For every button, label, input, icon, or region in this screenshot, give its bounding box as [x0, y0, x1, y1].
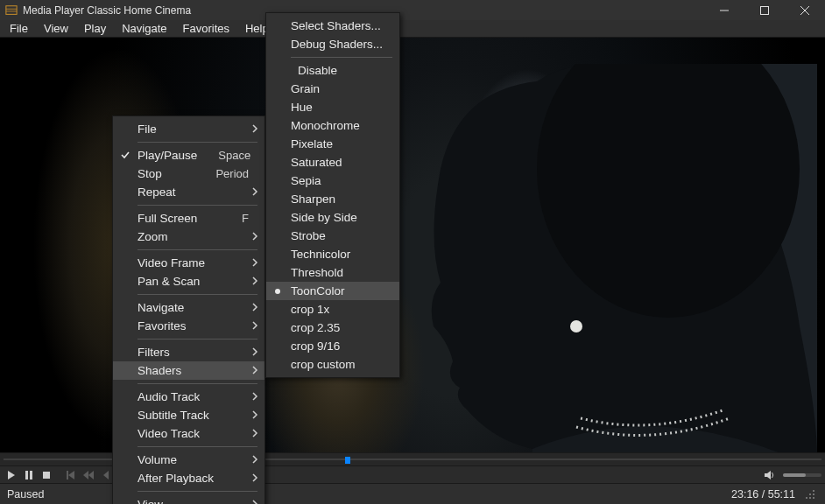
menu-item-label: Favorites	[138, 319, 187, 332]
ctx-repeat[interactable]: Repeat	[113, 183, 264, 201]
ctx-shaders[interactable]: Shaders	[113, 361, 264, 380]
ctx-play-pause[interactable]: Play/PauseSpace	[113, 146, 264, 164]
shader-hue[interactable]: Hue	[266, 98, 399, 116]
shader-debug-shaders[interactable]: Debug Shaders...	[266, 35, 399, 53]
ctx-file[interactable]: File	[113, 120, 264, 138]
menu-item-label: Volume	[138, 453, 177, 466]
shader-threshold[interactable]: Threshold	[266, 263, 399, 282]
ctx-volume[interactable]: Volume	[113, 451, 264, 469]
ctx-after-playback[interactable]: After Playback	[113, 469, 264, 487]
mute-button[interactable]	[762, 468, 778, 482]
shader-select-shaders[interactable]: Select Shaders...	[266, 17, 399, 35]
menubar: File View Play Navigate Favorites Help	[0, 20, 825, 38]
menu-item-label: Stop	[138, 167, 162, 180]
shader-saturated[interactable]: Saturated	[266, 153, 399, 172]
svg-rect-14	[67, 471, 68, 480]
menu-item-label: Saturated	[291, 156, 342, 169]
ctx-favorites[interactable]: Favorites	[113, 317, 264, 335]
playback-state: Paused	[7, 488, 44, 500]
shader-monochrome[interactable]: Monochrome	[266, 116, 399, 135]
ctx-video-track[interactable]: Video Track	[113, 424, 264, 443]
maximize-button[interactable]	[744, 0, 785, 20]
svg-marker-13	[68, 471, 74, 480]
minimize-button[interactable]	[704, 0, 744, 20]
menu-item-label: Audio Track	[138, 390, 200, 403]
menu-item-label: Subtitle Track	[138, 409, 209, 422]
stop-button[interactable]	[39, 468, 54, 482]
shader-tooncolor[interactable]: ToonColor	[266, 282, 399, 300]
ctx-audio-track[interactable]: Audio Track	[113, 388, 264, 406]
menu-item-label: Technicolor	[291, 248, 350, 261]
svg-rect-0	[6, 5, 17, 14]
menu-item-label: crop 1x	[291, 303, 329, 316]
menu-item-label: Video Frame	[138, 256, 205, 270]
shaders-submenu[interactable]: Select Shaders...Debug Shaders...Disable…	[265, 12, 400, 378]
prev-button[interactable]	[63, 468, 79, 482]
menu-item-label: Strobe	[291, 229, 326, 242]
menu-item-shortcut: F	[221, 212, 249, 225]
shader-pixelate[interactable]: Pixelate	[266, 135, 399, 153]
menu-item-label: Repeat	[138, 186, 176, 199]
ctx-full-screen[interactable]: Full ScreenF	[113, 209, 264, 228]
menu-item-label: Sharpen	[291, 192, 335, 206]
svg-point-29	[813, 497, 814, 499]
menubar-view[interactable]: View	[36, 20, 76, 37]
menubar-navigate[interactable]: Navigate	[114, 20, 174, 37]
menu-item-label: After Playback	[138, 472, 214, 485]
ctx-subtitle-track[interactable]: Subtitle Track	[113, 406, 264, 424]
close-button[interactable]	[785, 0, 825, 20]
svg-marker-23	[765, 471, 771, 480]
menu-item-label: View	[138, 498, 163, 504]
ctx-filters[interactable]: Filters	[113, 343, 264, 361]
menu-item-label: Debug Shaders...	[291, 38, 383, 51]
menubar-favorites[interactable]: Favorites	[175, 20, 237, 37]
svg-point-28	[809, 497, 811, 499]
ctx-stop[interactable]: StopPeriod	[113, 164, 264, 183]
ctx-video-frame[interactable]: Video Frame	[113, 254, 264, 272]
context-menu[interactable]: FilePlay/PauseSpaceStopPeriodRepeatFull …	[112, 116, 265, 504]
svg-point-25	[809, 494, 811, 495]
menu-item-label: Video Track	[138, 427, 200, 440]
shader-crop-9-16[interactable]: crop 9/16	[266, 337, 399, 355]
shader-crop-1x[interactable]: crop 1x	[266, 300, 399, 318]
seek-knob[interactable]	[345, 457, 350, 464]
pause-button[interactable]	[21, 468, 37, 482]
ctx-navigate[interactable]: Navigate	[113, 298, 264, 317]
menu-item-label: Disable	[298, 64, 337, 77]
svg-rect-10	[25, 471, 28, 480]
menu-item-label: Monochrome	[291, 119, 360, 132]
play-button[interactable]	[4, 468, 19, 482]
menubar-play[interactable]: Play	[76, 20, 114, 37]
svg-point-24	[813, 490, 814, 492]
menu-item-label: Navigate	[138, 301, 184, 314]
shader-sharpen[interactable]: Sharpen	[266, 190, 399, 208]
menu-item-label: Full Screen	[138, 212, 197, 225]
svg-marker-9	[8, 471, 15, 480]
menu-item-shortcut: Space	[197, 149, 250, 162]
shader-grain[interactable]: Grain	[266, 80, 399, 98]
window-controls	[704, 0, 825, 20]
svg-marker-16	[88, 471, 94, 480]
shader-strobe[interactable]: Strobe	[266, 227, 399, 245]
menu-item-label: Grain	[291, 82, 320, 95]
svg-point-26	[813, 494, 814, 495]
menu-item-label: Filters	[138, 346, 170, 359]
menu-item-label: crop custom	[291, 358, 356, 371]
shader-technicolor[interactable]: Technicolor	[266, 245, 399, 263]
menu-item-label: Pan & Scan	[138, 275, 200, 288]
shader-crop-custom[interactable]: crop custom	[266, 355, 399, 374]
shader-disable[interactable]: Disable	[266, 61, 399, 80]
window-title: Media Player Classic Home Cinema	[23, 4, 191, 17]
shader-side-by-side[interactable]: Side by Side	[266, 208, 399, 227]
shader-sepia[interactable]: Sepia	[266, 172, 399, 190]
volume-slider[interactable]	[783, 473, 821, 477]
menu-item-label: ToonColor	[291, 284, 345, 298]
app-icon	[5, 4, 18, 17]
ctx-pan-scan[interactable]: Pan & Scan	[113, 272, 264, 290]
ctx-view[interactable]: View	[113, 495, 264, 504]
menu-item-label: Sepia	[291, 174, 321, 187]
ctx-zoom[interactable]: Zoom	[113, 228, 264, 246]
shader-crop-2-35[interactable]: crop 2.35	[266, 318, 399, 337]
menubar-file[interactable]: File	[2, 20, 36, 37]
skip-back-button[interactable]	[81, 468, 96, 482]
